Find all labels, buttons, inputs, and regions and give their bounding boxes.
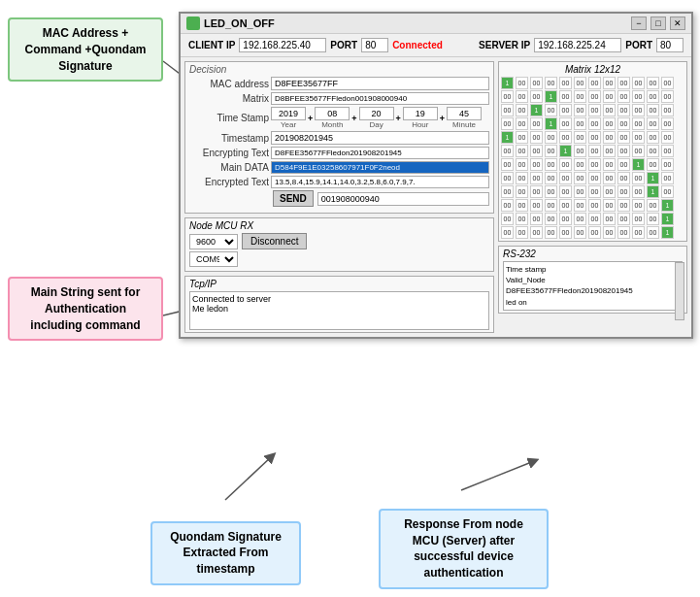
minimize-button[interactable]: − [631, 17, 647, 30]
ts-year-input[interactable] [271, 107, 306, 120]
matrix-cell: 00 [603, 90, 616, 103]
matrix-cell: 00 [647, 131, 659, 144]
mac-input[interactable] [271, 77, 489, 90]
matrix-cell: 00 [632, 226, 645, 239]
matrix-cell: 00 [588, 185, 601, 198]
matrix-cell: 00 [559, 226, 572, 239]
nodemcu-row: 9600 19200 115200 Disconnect [189, 233, 489, 249]
ts-plus-3: + [396, 114, 401, 123]
matrix-cell: 00 [588, 117, 601, 130]
ts-month-input[interactable] [315, 107, 350, 120]
matrix-cell: 00 [530, 90, 543, 103]
matrix-cell: 00 [516, 158, 528, 171]
main-data-input[interactable] [271, 161, 489, 174]
matrix-cell: 00 [516, 185, 528, 198]
matrix-cell: 1 [661, 226, 674, 239]
matrix-cell: 00 [632, 104, 645, 116]
matrix-cell: 00 [603, 77, 616, 89]
matrix-cell: 00 [516, 226, 528, 239]
close-button[interactable]: ✕ [670, 17, 685, 30]
ts-day-input[interactable] [359, 107, 394, 120]
matrix-cell: 00 [530, 185, 543, 198]
matrix-cell: 00 [516, 131, 528, 144]
send-button[interactable]: SEND [273, 190, 314, 207]
matrix-cell: 00 [617, 158, 630, 171]
client-port-input[interactable] [361, 38, 388, 52]
rs232-line-1: Time stamp [506, 264, 680, 275]
matrix-cell: 00 [588, 77, 601, 89]
timestamp-val-input[interactable] [271, 131, 489, 145]
svg-line-2 [225, 456, 272, 500]
maximize-button[interactable]: □ [650, 17, 666, 30]
matrix-cell: 1 [632, 158, 645, 171]
matrix-cell: 00 [588, 90, 601, 103]
main-string-annotation: Main String sent for Authentication incl… [8, 277, 163, 341]
matrix-cell: 00 [574, 117, 586, 130]
matrix-cell: 00 [588, 131, 601, 144]
matrix-cell: 00 [632, 77, 645, 89]
matrix-cell: 00 [545, 199, 557, 212]
matrix-cell: 00 [661, 172, 674, 184]
matrix-cell: 00 [516, 104, 528, 116]
encrypted-row: Encrypted Text [189, 176, 489, 188]
matrix-cell: 00 [530, 145, 543, 157]
matrix-cell: 00 [574, 213, 586, 225]
matrix-cell: 00 [574, 131, 586, 144]
matrix-cell: 00 [559, 158, 572, 171]
matrix-cell: 00 [632, 145, 645, 157]
matrix-cell: 00 [574, 185, 586, 198]
matrix-cell: 00 [501, 104, 514, 116]
matrix-cell: 00 [530, 158, 543, 171]
rs232-log: Time stamp Valid_Node D8FEE35677FFledon2… [503, 261, 683, 311]
matrix-cell: 00 [632, 117, 645, 130]
matrix-cell: 00 [545, 145, 557, 157]
baud-select[interactable]: 9600 19200 115200 [189, 234, 238, 249]
matrix-cell: 00 [632, 185, 645, 198]
matrix-cell: 00 [661, 158, 674, 171]
response-annotation: Response From node MCU (Server) after su… [379, 509, 549, 589]
matrix-cell: 1 [647, 185, 659, 198]
ts-minute-input[interactable] [447, 107, 482, 120]
server-port-input[interactable] [656, 38, 683, 52]
matrix-cell: 00 [647, 117, 659, 130]
matrix-cell: 00 [501, 145, 514, 157]
encrypting-input[interactable] [271, 147, 489, 159]
send-input[interactable] [317, 192, 489, 206]
matrix-cell: 00 [603, 226, 616, 239]
rs232-label: RS-232 [503, 249, 683, 259]
matrix-cell: 00 [617, 145, 630, 157]
send-row: SEND [189, 190, 489, 207]
port-select[interactable]: COM9 COM1 COM3 [189, 251, 238, 267]
matrix-cell: 00 [574, 145, 586, 157]
matrix-cell: 1 [530, 104, 543, 116]
ts-hour-input[interactable] [403, 107, 438, 120]
svg-line-3 [461, 461, 534, 490]
matrix-cell: 00 [545, 131, 557, 144]
encrypted-input[interactable] [271, 176, 489, 188]
matrix-cell: 00 [647, 145, 659, 157]
tcpip-line-1: Connected to server [192, 294, 486, 304]
ts-day-label: Day [359, 120, 394, 129]
server-ip-input[interactable] [534, 38, 621, 52]
title-bar: LED_ON_OFF − □ ✕ [181, 14, 691, 34]
matrix-input[interactable] [271, 92, 489, 105]
matrix-box: Matrix 12x12 100000000000000000000000000… [498, 61, 687, 242]
matrix-grid: 1000000000000000000000000000010000000000… [501, 77, 684, 239]
timestamp-inputs: Year + Month + Day + [271, 107, 482, 129]
ts-minute-label: Minute [447, 120, 482, 129]
right-panel: Matrix 12x12 100000000000000000000000000… [498, 61, 687, 333]
server-ip-label: SERVER IP [479, 40, 530, 50]
rs232-scrollbar[interactable] [675, 262, 684, 320]
main-content: Decision MAC address Matrix Time Stamp [181, 57, 691, 337]
matrix-cell: 00 [617, 172, 630, 184]
matrix-cell: 00 [516, 172, 528, 184]
tcpip-line-2: Me ledon [192, 304, 486, 314]
mac-row: MAC address [189, 77, 489, 90]
matrix-cell: 00 [661, 104, 674, 116]
disconnect-button[interactable]: Disconnect [242, 233, 307, 249]
ts-plus-4: + [440, 114, 445, 123]
matrix-cell: 1 [661, 213, 674, 225]
matrix-cell: 00 [617, 117, 630, 130]
matrix-cell: 00 [617, 77, 630, 89]
client-ip-input[interactable] [239, 38, 326, 52]
